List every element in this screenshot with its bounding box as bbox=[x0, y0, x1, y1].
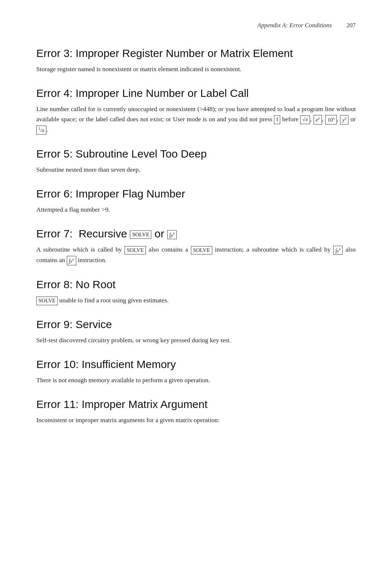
key-10x: 10x bbox=[325, 115, 336, 124]
error5-heading: Error 5: Subroutine Level Too Deep bbox=[36, 148, 356, 160]
error7-section: Error 7: Recursive SOLVE or ∫yx A subrou… bbox=[36, 228, 356, 265]
key-sqrtx: √x bbox=[300, 115, 310, 124]
error8-body: SOLVE unable to find a root using given … bbox=[36, 295, 356, 305]
error11-heading: Error 11: Improper Matrix Argument bbox=[36, 398, 356, 411]
error5-body: Subroutine nested more than seven deep. bbox=[36, 164, 356, 175]
error3-section: Error 3: Improper Register Number or Mat… bbox=[36, 47, 356, 74]
header-title: Appendix A: Error Conditions bbox=[257, 22, 332, 29]
key-solve-heading: SOLVE bbox=[130, 230, 151, 239]
error6-section: Error 6: Improper Flag Number Attempted … bbox=[36, 188, 356, 215]
error6-body: Attempted a flag number >9. bbox=[36, 204, 356, 215]
key-intyx2: ∫yx bbox=[67, 256, 76, 265]
error4-heading: Error 4: Improper Line Number or Label C… bbox=[36, 87, 356, 99]
error7-heading: Error 7: Recursive SOLVE or ∫yx bbox=[36, 228, 356, 240]
key-f: f bbox=[274, 115, 280, 124]
key-solve2: SOLVE bbox=[191, 246, 212, 255]
page-header: Appendix A: Error Conditions 207 bbox=[36, 22, 356, 29]
key-solve-error8: SOLVE bbox=[36, 297, 58, 305]
error6-heading: Error 6: Improper Flag Number bbox=[36, 188, 356, 200]
error5-section: Error 5: Subroutine Level Too Deep Subro… bbox=[36, 148, 356, 175]
error7-body: A subroutine which is called by SOLVE al… bbox=[36, 244, 356, 265]
page-container: Appendix A: Error Conditions 207 Error 3… bbox=[0, 0, 392, 588]
key-solve1: SOLVE bbox=[124, 246, 146, 255]
error4-body: Line number called for is currently unoc… bbox=[36, 104, 356, 135]
error4-section: Error 4: Improper Line Number or Label C… bbox=[36, 87, 356, 135]
error8-section: Error 8: No Root SOLVE unable to find a … bbox=[36, 278, 356, 305]
error9-heading: Error 9: Service bbox=[36, 318, 356, 331]
error10-heading: Error 10: Insufficient Memory bbox=[36, 358, 356, 371]
key-intyx1: ∫yx bbox=[333, 246, 343, 255]
key-ex: ex bbox=[314, 115, 322, 124]
error9-section: Error 9: Service Self-test discovered ci… bbox=[36, 318, 356, 345]
key-intyx-heading: ∫yx bbox=[167, 230, 177, 240]
error11-section: Error 11: Improper Matrix Argument Incon… bbox=[36, 398, 356, 425]
page-number: 207 bbox=[347, 22, 356, 29]
error8-heading: Error 8: No Root bbox=[36, 278, 356, 291]
error3-body: Storage register named is nonexistent or… bbox=[36, 64, 356, 74]
error9-body: Self-test discovered circuitry problem, … bbox=[36, 335, 356, 345]
error10-section: Error 10: Insufficient Memory There is n… bbox=[36, 358, 356, 385]
error3-heading: Error 3: Improper Register Number or Mat… bbox=[36, 47, 356, 60]
key-1x: 1/x bbox=[36, 126, 46, 135]
error11-body: Inconsistent or improper matrix argument… bbox=[36, 415, 356, 425]
error10-body: There is not enough memory available to … bbox=[36, 375, 356, 385]
key-yx: yx bbox=[340, 115, 348, 124]
